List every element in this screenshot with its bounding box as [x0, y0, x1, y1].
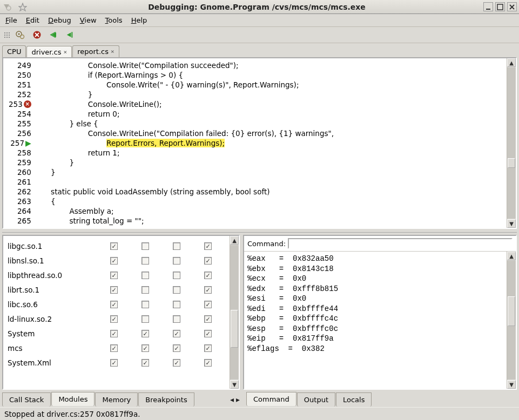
code-line[interactable]: }: [32, 90, 516, 99]
stop-icon[interactable]: [31, 29, 43, 41]
code-editor[interactable]: 249250251252253×254255256257▶25825926026…: [2, 57, 517, 229]
checkbox[interactable]: [141, 242, 149, 250]
table-row[interactable]: librt.so.1✓✓: [3, 283, 230, 297]
checkbox[interactable]: [173, 242, 180, 250]
tab-driver-cs[interactable]: driver.cs×: [26, 46, 72, 58]
menu-view[interactable]: View: [80, 16, 97, 24]
chevron-left-icon[interactable]: ◂: [229, 395, 235, 404]
checkbox[interactable]: ✓: [110, 301, 118, 308]
menu-help[interactable]: Help: [131, 16, 147, 24]
checkbox[interactable]: ✓: [204, 301, 212, 308]
code-line[interactable]: string total_log = "";: [32, 216, 516, 226]
table-row[interactable]: System✓✓✓✓: [3, 327, 230, 341]
minimize-button[interactable]: [483, 2, 493, 11]
checkbox[interactable]: ✓: [204, 344, 212, 352]
checkbox[interactable]: ✓: [204, 257, 212, 265]
editor-scrollbar[interactable]: ▲ ▼: [507, 58, 516, 228]
app-menu-icon[interactable]: [2, 2, 13, 12]
checkbox[interactable]: [173, 272, 180, 279]
checkbox[interactable]: [173, 286, 180, 294]
menu-edit[interactable]: Edit: [26, 16, 39, 24]
menu-tools[interactable]: Tools: [105, 16, 123, 24]
checkbox[interactable]: ✓: [141, 359, 149, 367]
code-line[interactable]: Console.Write(" - {0} warning(s)", Repor…: [32, 80, 516, 90]
table-row[interactable]: libpthread.so.0✓✓: [3, 268, 230, 283]
checkbox[interactable]: ✓: [204, 330, 212, 337]
code-line[interactable]: return 0;: [32, 109, 516, 119]
scroll-down-icon[interactable]: ▼: [507, 380, 516, 389]
menu-file[interactable]: File: [5, 16, 17, 24]
code-line[interactable]: Console.Write("Compilation succeeded");: [32, 60, 516, 70]
checkbox[interactable]: ✓: [204, 272, 212, 279]
step-over-icon[interactable]: [64, 29, 77, 41]
checkbox[interactable]: [173, 257, 180, 265]
sticky-icon[interactable]: [17, 2, 28, 12]
checkbox[interactable]: ✓: [110, 286, 118, 294]
checkbox[interactable]: [141, 301, 149, 308]
code-line[interactable]: Console.WriteLine("Compilation failed: {…: [32, 128, 516, 138]
checkbox[interactable]: ✓: [204, 242, 212, 250]
checkbox[interactable]: [173, 315, 180, 323]
tab-cpu[interactable]: CPU: [2, 45, 26, 57]
code-line[interactable]: }: [32, 167, 516, 177]
checkbox[interactable]: [141, 315, 149, 323]
tab-output[interactable]: Output: [297, 392, 335, 407]
checkbox[interactable]: [141, 257, 149, 265]
checkbox[interactable]: ✓: [110, 359, 118, 367]
tab-locals[interactable]: Locals: [336, 392, 372, 407]
checkbox[interactable]: [141, 286, 149, 294]
step-into-icon[interactable]: [48, 29, 60, 41]
tab-command[interactable]: Command: [246, 392, 296, 406]
breakpoint-icon[interactable]: ×: [24, 100, 31, 108]
checkbox[interactable]: ✓: [110, 257, 118, 265]
toolbar-grip[interactable]: [4, 29, 10, 41]
chevron-right-icon[interactable]: ▸: [235, 395, 241, 404]
checkbox[interactable]: ✓: [110, 272, 118, 279]
scroll-down-icon[interactable]: ▼: [230, 380, 239, 389]
code-line[interactable]: [32, 177, 516, 187]
checkbox[interactable]: ✓: [110, 344, 118, 352]
scroll-up-icon[interactable]: ▲: [507, 58, 516, 67]
code-line[interactable]: static public void LoadAssembly (string …: [32, 187, 516, 197]
close-icon[interactable]: ×: [64, 49, 68, 56]
code-line[interactable]: Console.WriteLine();: [32, 99, 516, 109]
checkbox[interactable]: ✓: [204, 286, 212, 294]
close-icon[interactable]: ×: [111, 48, 114, 55]
table-row[interactable]: libgc.so.1✓✓: [3, 239, 230, 254]
table-row[interactable]: System.Xml✓✓✓✓: [3, 356, 230, 370]
code-line[interactable]: return 1;: [32, 148, 516, 158]
gears-icon[interactable]: [14, 29, 26, 41]
tab-report-cs[interactable]: report.cs×: [72, 45, 119, 57]
code-line[interactable]: } else {: [32, 119, 516, 128]
checkbox[interactable]: ✓: [141, 344, 149, 352]
checkbox[interactable]: ✓: [204, 359, 212, 367]
checkbox[interactable]: ✓: [141, 330, 149, 337]
scroll-up-icon[interactable]: ▲: [230, 236, 239, 245]
checkbox[interactable]: ✓: [110, 330, 118, 337]
checkbox[interactable]: [173, 301, 180, 308]
maximize-button[interactable]: [495, 2, 505, 11]
code-line[interactable]: if (Report.Warnings > 0) {: [32, 70, 516, 80]
menu-debug[interactable]: Debug: [48, 16, 71, 24]
checkbox[interactable]: ✓: [204, 315, 212, 323]
checkbox[interactable]: ✓: [173, 359, 180, 367]
code-line[interactable]: Assembly a;: [32, 206, 516, 216]
checkbox[interactable]: ✓: [110, 242, 118, 250]
table-row[interactable]: libc.so.6✓✓: [3, 297, 230, 312]
scroll-up-icon[interactable]: ▲: [507, 252, 516, 260]
command-input[interactable]: [288, 238, 513, 249]
table-row[interactable]: mcs✓✓✓✓: [3, 341, 230, 356]
code-line[interactable]: Report.Errors, Report.Warnings);: [32, 138, 516, 148]
checkbox[interactable]: [141, 272, 149, 279]
code-line[interactable]: {: [32, 197, 516, 206]
close-button[interactable]: [507, 2, 517, 11]
command-scrollbar[interactable]: ▲ ▼: [507, 252, 516, 389]
scroll-down-icon[interactable]: ▼: [507, 219, 516, 228]
tab-modules[interactable]: Modules: [51, 392, 95, 406]
code-line[interactable]: }: [32, 158, 516, 167]
modules-scrollbar[interactable]: ▲ ▼: [230, 236, 239, 389]
tab-scroll-nav[interactable]: ◂▸: [229, 395, 243, 404]
table-row[interactable]: ld-linux.so.2✓✓: [3, 312, 230, 327]
table-row[interactable]: libnsl.so.1✓✓: [3, 254, 230, 268]
tab-breakpoints[interactable]: Breakpoints: [138, 392, 194, 407]
